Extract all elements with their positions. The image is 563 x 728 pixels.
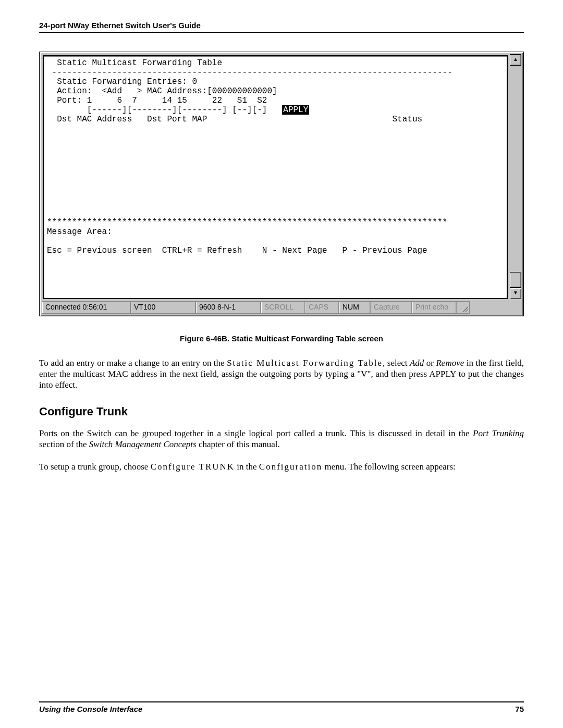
text: Ports on the Switch can be grouped toget… [39, 428, 473, 438]
text-italic: Add [410, 358, 424, 368]
paragraph-2: Ports on the Switch can be grouped toget… [39, 428, 524, 450]
text: chapter of this manual. [197, 439, 280, 449]
term-title: Static Multicast Forwarding Table [47, 58, 222, 68]
page-number: 75 [515, 705, 524, 713]
terminal-content: Static Multicast Forwarding Table ------… [44, 56, 507, 257]
section-heading: Configure Trunk [39, 405, 524, 418]
status-speed: 9600 8-N-1 [195, 301, 261, 314]
term-stars: ****************************************… [47, 218, 447, 227]
apply-button[interactable]: APPLY [282, 105, 309, 115]
status-bar: Connected 0:56:01 VT100 9600 8-N-1 SCROL… [42, 301, 521, 314]
text-italic: Switch Management Concepts [89, 439, 197, 449]
text-italic: Remove [436, 358, 464, 368]
scroll-thumb[interactable] [510, 272, 521, 288]
status-print-echo: Print echo [412, 301, 456, 314]
resize-grip-icon[interactable] [456, 301, 470, 314]
footer-section-title: Using the Console Interface [39, 705, 142, 713]
term-line-headers: Dst MAC Address Dst Port MAP Status [47, 115, 422, 124]
header-rule [39, 32, 524, 33]
status-connected: Connected 0:56:01 [42, 301, 130, 314]
text: section of the [39, 439, 89, 449]
vertical-scrollbar[interactable] [510, 54, 521, 299]
footer-rule [39, 701, 524, 702]
scroll-up-button[interactable] [510, 54, 521, 66]
text: To setup a trunk group, choose [39, 462, 151, 472]
paragraph-3: To setup a trunk group, choose Configure… [39, 461, 524, 472]
text-spaced: Configure TRUNK [151, 462, 235, 472]
status-emulation: VT100 [130, 301, 195, 314]
page-header: 24-port NWay Ethernet Switch User's Guid… [39, 21, 524, 30]
text: or [424, 358, 436, 368]
term-line-entries: Static Forwarding Entries: 0 [47, 77, 197, 87]
paragraph-1: To add an entry or make a change to an e… [39, 357, 524, 390]
figure-caption: Figure 6-46B. Static Multicast Forwardin… [39, 334, 524, 343]
scroll-down-button[interactable] [510, 288, 521, 299]
status-scroll: SCROLL [261, 301, 305, 314]
terminal-screen: Static Multicast Forwarding Table ------… [43, 55, 508, 299]
status-caps: CAPS [305, 301, 339, 314]
text: To add an entry or make a change to an e… [39, 358, 227, 368]
text: menu. The following screen appears: [322, 462, 456, 472]
status-capture: Capture [370, 301, 412, 314]
term-hr: ----------------------------------------… [47, 68, 452, 77]
text: , select [383, 358, 410, 368]
page-footer: Using the Console Interface 75 [39, 701, 524, 713]
term-line-action: Action: <Add > MAC Address:[000000000000… [47, 87, 277, 96]
terminal-window: Static Multicast Forwarding Table ------… [39, 52, 524, 316]
text-italic: Port Trunking [473, 428, 524, 438]
status-num: NUM [339, 301, 370, 314]
term-line-port: Port: 1 6 7 14 15 22 S1 S2 [47, 96, 267, 105]
term-message-area: Message Area: [47, 227, 112, 237]
text: in the [235, 462, 259, 472]
term-help-line: Esc = Previous screen CTRL+R = Refresh N… [47, 246, 427, 255]
term-line-brackets: [------][--------][--------] [--][-] [47, 105, 282, 115]
scroll-track[interactable] [510, 66, 521, 288]
text-spaced: Static Multicast Forwarding Table [227, 358, 383, 368]
text-spaced: Configuration [259, 462, 322, 472]
